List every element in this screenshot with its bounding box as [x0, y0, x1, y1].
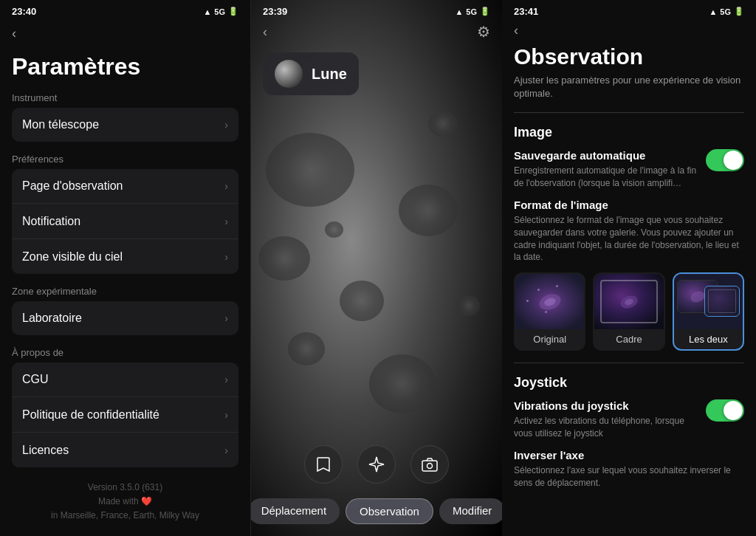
- section-label-experimental: Zone expérimentale: [12, 286, 238, 297]
- settings-group-prefs: Page d'observation › Notification › Zone…: [12, 169, 238, 274]
- crater-1: [266, 133, 354, 207]
- settings-item-telescope[interactable]: Mon télescope ›: [12, 108, 238, 142]
- format-cadre-thumb: [594, 274, 663, 329]
- svg-point-1: [427, 464, 433, 469]
- back-button-left[interactable]: ‹: [0, 20, 250, 47]
- control-buttons: [251, 436, 502, 492]
- chevron-privacy: ›: [224, 409, 228, 421]
- signal-right: ▲: [709, 7, 717, 16]
- format-les-deux[interactable]: Les deux: [673, 272, 744, 351]
- svg-rect-0: [422, 461, 437, 471]
- galaxy-dot-2: [526, 300, 529, 302]
- les-deux-right: [704, 286, 740, 317]
- version-info: Version 3.5.0 (631) Made with ❤️ in Mars…: [12, 469, 238, 535]
- crater-5: [288, 332, 325, 365]
- format-cadre[interactable]: Cadre: [593, 272, 664, 351]
- frame-border: [600, 280, 657, 323]
- vibrations-desc: Activez les vibrations du téléphone, lor…: [514, 415, 697, 440]
- battery-mid: 🔋: [480, 7, 490, 16]
- back-button-mid[interactable]: ‹: [263, 24, 267, 40]
- made-in: in Marseille, France, Earth, Milky Way: [24, 509, 227, 523]
- laboratory-label: Laboratoire: [22, 312, 82, 325]
- settings-group-instrument: Mon télescope ›: [12, 108, 238, 142]
- settings-item-notification[interactable]: Notification ›: [12, 205, 238, 239]
- format-original[interactable]: Original: [514, 272, 585, 351]
- chevron-licences: ›: [224, 444, 228, 456]
- status-icons-mid: ▲ 5G 🔋: [455, 7, 490, 16]
- observation-title: Observation: [514, 44, 744, 69]
- invert-axis-name: Inverser l'axe: [514, 449, 744, 461]
- settings-item-privacy[interactable]: Politique de confidentialité ›: [12, 398, 238, 433]
- section-label-prefs: Préférences: [12, 154, 238, 165]
- settings-group-experimental: Laboratoire ›: [12, 301, 238, 335]
- time-mid: 23:39: [263, 6, 287, 17]
- vibrations-name: Vibrations du joystick: [514, 399, 697, 412]
- settings-item-sky-zone[interactable]: Zone visible du ciel ›: [12, 240, 238, 274]
- format-les-deux-thumb: [674, 274, 743, 329]
- time-left: 23:40: [12, 6, 36, 17]
- sparkle-button[interactable]: [357, 445, 396, 484]
- section-label-instrument: Instrument: [12, 92, 238, 103]
- moon-name: Lune: [312, 66, 347, 83]
- crater-7: [369, 354, 436, 413]
- tab-deplacement[interactable]: Déplacement: [251, 498, 340, 524]
- observation-content: Observation Ajuster les paramètres pour …: [502, 44, 756, 536]
- back-button-right[interactable]: ‹: [514, 23, 518, 38]
- observation-subtitle: Ajuster les paramètres pour une expérien…: [514, 74, 744, 100]
- moon-thumbnail: [275, 60, 303, 88]
- galaxy-svg-original: [535, 287, 565, 317]
- format-original-label: Original: [515, 329, 584, 349]
- auto-save-desc: Enregistrement automatique de l'image à …: [514, 165, 697, 190]
- bookmark-button[interactable]: [304, 445, 343, 484]
- image-section-title: Image: [514, 125, 744, 140]
- chevron-telescope: ›: [224, 119, 228, 131]
- crater-4: [428, 111, 458, 137]
- time-right: 23:41: [514, 6, 538, 17]
- crater-8: [325, 221, 343, 238]
- status-icons-left: ▲ 5G 🔋: [203, 7, 238, 16]
- privacy-label: Politique de confidentialité: [22, 408, 159, 422]
- format-cadre-label: Cadre: [594, 329, 663, 349]
- section-label-about: À propos de: [12, 347, 238, 358]
- invert-axis-desc: Sélectionnez l'axe sur lequel vous souha…: [514, 464, 744, 489]
- version-text: Version 3.5.0 (631): [24, 481, 227, 495]
- settings-title: Paramètres: [12, 53, 238, 80]
- telescope-label: Mon télescope: [22, 118, 99, 131]
- moon-label-card[interactable]: Lune: [263, 52, 359, 95]
- image-format-desc: Sélectionnez le format de l'image que vo…: [514, 214, 744, 264]
- settings-item-licences[interactable]: Licences ›: [12, 433, 238, 467]
- auto-save-toggle[interactable]: [706, 149, 744, 171]
- observation-settings-panel: 23:41 ▲ 5G 🔋 ‹ Observation Ajuster les p…: [502, 0, 756, 536]
- gear-icon[interactable]: ⚙: [477, 23, 490, 41]
- auto-save-setting: Sauvegarde automatique Enregistrement au…: [514, 149, 744, 190]
- auto-save-name: Sauvegarde automatique: [514, 149, 697, 162]
- status-bar-mid: 23:39 ▲ 5G 🔋: [251, 0, 502, 20]
- battery-left: 🔋: [228, 7, 238, 16]
- format-les-deux-label: Les deux: [674, 329, 743, 349]
- battery-right: 🔋: [734, 7, 744, 16]
- settings-item-laboratory[interactable]: Laboratoire ›: [12, 301, 238, 335]
- bookmark-icon: [315, 456, 332, 473]
- cgu-label: CGU: [22, 373, 49, 386]
- crater-2: [399, 185, 458, 236]
- settings-item-cgu[interactable]: CGU ›: [12, 363, 238, 397]
- image-format-name: Format de l'image: [514, 199, 744, 211]
- crater-3: [340, 281, 384, 321]
- heart-icon: ❤️: [141, 496, 152, 506]
- tab-modifier[interactable]: Modifier: [439, 498, 502, 524]
- signal-mid: ▲: [455, 7, 463, 16]
- signal-left: ▲: [203, 7, 211, 16]
- status-icons-right: ▲ 5G 🔋: [709, 7, 744, 16]
- network-left: 5G: [214, 7, 225, 16]
- licences-label: Licences: [22, 444, 69, 457]
- network-mid: 5G: [466, 7, 477, 16]
- camera-button[interactable]: [410, 445, 449, 484]
- format-original-thumb: [515, 274, 584, 329]
- tab-observation[interactable]: Observation: [346, 498, 433, 524]
- joystick-section-title: Joystick: [514, 375, 744, 391]
- vibrations-toggle[interactable]: [706, 399, 744, 422]
- settings-item-observation-page[interactable]: Page d'observation ›: [12, 169, 238, 204]
- chevron-notification: ›: [224, 216, 228, 227]
- network-right: 5G: [720, 7, 731, 16]
- tab-bar: Déplacement Observation Modifier: [251, 492, 502, 536]
